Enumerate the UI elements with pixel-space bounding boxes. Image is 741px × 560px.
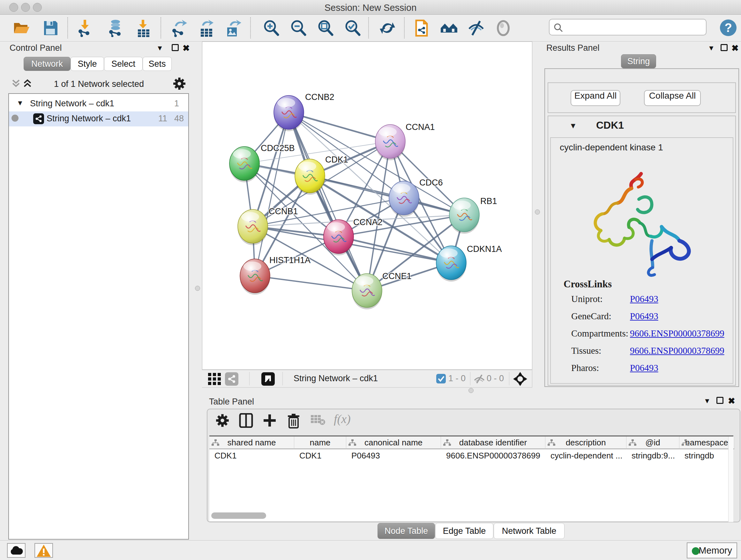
column-header-database-identifier[interactable]: database identifier — [441, 436, 545, 449]
table-vertical-scrollbar[interactable] — [728, 436, 733, 522]
table-cell[interactable]: stringdb — [679, 450, 734, 462]
column-header-description[interactable]: description — [545, 436, 626, 449]
column-header-namespace[interactable]: namespace — [679, 436, 734, 449]
right-splitter-handle[interactable] — [535, 209, 540, 214]
add-column-plus-icon[interactable] — [262, 413, 277, 429]
panel-collapse-icon[interactable]: ▼ — [708, 44, 715, 52]
share-document-icon[interactable] — [413, 19, 431, 37]
search-field[interactable] — [549, 19, 706, 36]
column-header-canonical-name[interactable]: canonical name — [346, 436, 441, 449]
crosslink-compartments-link[interactable]: 9606.ENSP00000378699 — [630, 328, 724, 339]
zoom-selected-icon[interactable] — [344, 19, 361, 37]
export-table-icon[interactable] — [198, 19, 215, 37]
table-cell[interactable]: stringdb:9... — [626, 450, 679, 462]
search-icon — [553, 23, 563, 33]
column-header-shared-name[interactable]: shared name — [209, 436, 294, 449]
toolbar-separator — [282, 372, 283, 385]
network-row-selected[interactable]: String Network – cdk1 11 48 — [9, 111, 188, 126]
panel-float-icon[interactable] — [721, 44, 728, 51]
network-node-CDKN1A[interactable]: CDKN1A — [436, 244, 502, 282]
export-network-icon[interactable] — [171, 19, 188, 37]
network-node-CDK1[interactable]: CDK1 — [295, 155, 348, 195]
import-network-database-icon[interactable] — [107, 19, 125, 37]
tab-network[interactable]: Network — [23, 57, 71, 71]
collapse-all-button[interactable]: Collapse All — [644, 90, 701, 106]
network-share-icon[interactable] — [225, 372, 239, 386]
collection-disclosure-icon[interactable]: ▼ — [17, 99, 23, 107]
table-cell[interactable]: cyclin-dependent ... — [545, 450, 626, 462]
memory-button[interactable]: Memory — [687, 543, 737, 558]
show-all-eye-icon[interactable] — [494, 19, 512, 37]
left-splitter-handle[interactable] — [195, 286, 200, 291]
node-label: CCNB2 — [305, 92, 334, 102]
hide-selected-eye-icon[interactable] — [467, 19, 485, 37]
table-cell[interactable]: CDK1 — [209, 450, 294, 462]
help-button[interactable]: ? — [720, 19, 737, 36]
apply-layout-icon[interactable] — [379, 19, 396, 37]
gear-icon[interactable] — [172, 77, 186, 92]
cloud-status-button[interactable] — [7, 543, 25, 558]
delete-column-trash-icon[interactable] — [286, 413, 300, 430]
panel-collapse-icon[interactable]: ▼ — [156, 44, 163, 52]
network-node-CCNA1[interactable]: CCNA1 — [375, 122, 435, 160]
network-node-RB1[interactable]: RB1 — [449, 196, 497, 234]
warning-status-button[interactable] — [35, 543, 53, 558]
node-table[interactable]: shared namenamecanonical namedatabase id… — [209, 435, 733, 521]
gene-disclosure-icon[interactable]: ▼ — [569, 121, 577, 130]
control-panel-title: Control Panel — [10, 43, 62, 53]
panel-close-icon[interactable]: ✖ — [731, 43, 739, 53]
zoom-out-icon[interactable] — [289, 19, 307, 37]
panel-float-icon[interactable] — [172, 44, 179, 51]
search-input[interactable] — [566, 21, 700, 34]
import-table-icon[interactable] — [135, 19, 152, 37]
zoom-fit-icon[interactable] — [317, 19, 334, 37]
collapse-all-icon[interactable] — [11, 78, 20, 90]
network-view-canvas[interactable]: CCNB2 CCNA1 CDC25B CDK1 CDC6 RB1 CCNB1 C… — [202, 42, 532, 370]
network-collection-row[interactable]: ▼ String Network – cdk1 1 — [9, 97, 188, 111]
tab-style[interactable]: Style — [71, 57, 104, 71]
tab-network-table[interactable]: Network Table — [494, 523, 564, 539]
network-node-CCNE1[interactable]: CCNE1 — [352, 271, 412, 309]
open-session-icon[interactable] — [13, 19, 30, 37]
table-horizontal-scrollbar[interactable] — [211, 512, 266, 519]
tab-select[interactable]: Select — [104, 57, 143, 71]
toolbar-separator — [249, 372, 250, 385]
export-image-icon[interactable] — [225, 19, 243, 37]
panel-float-icon[interactable] — [717, 397, 724, 404]
reposition-crosshair-icon[interactable] — [513, 372, 528, 388]
network-node-CCNB2[interactable]: CCNB2 — [274, 92, 334, 131]
expand-all-button[interactable]: Expand All — [570, 90, 620, 106]
crosslink-pharos-link[interactable]: P06493 — [630, 363, 658, 373]
table-settings-gear-icon[interactable] — [215, 413, 230, 429]
network-edge[interactable] — [255, 276, 367, 291]
tab-node-table[interactable]: Node Table — [378, 523, 435, 539]
table-cell[interactable]: CDK1 — [294, 450, 346, 462]
panel-close-icon[interactable]: ✖ — [183, 43, 190, 53]
gene-section: ▼ CDK1 cyclin-dependent kinase 1 — [548, 116, 736, 386]
show-columns-icon[interactable] — [239, 413, 253, 429]
crosslink-genecard-link[interactable]: P06493 — [630, 311, 658, 321]
column-header-name[interactable]: name — [294, 436, 346, 449]
grid-view-icon[interactable] — [207, 372, 221, 388]
panel-collapse-icon[interactable]: ▼ — [704, 397, 711, 405]
panel-close-icon[interactable]: ✖ — [728, 396, 735, 406]
crosslink-uniprot-link[interactable]: P06493 — [630, 294, 658, 304]
tab-string[interactable]: String — [621, 54, 656, 68]
column-header--id[interactable]: @id — [626, 436, 679, 449]
import-network-file-icon[interactable] — [77, 19, 94, 37]
table-cell[interactable]: 9606.ENSP00000378699 — [441, 450, 545, 462]
tab-edge-table[interactable]: Edge Table — [435, 523, 493, 539]
zoom-in-icon[interactable] — [262, 19, 280, 37]
birds-eye-view-icon[interactable] — [261, 372, 275, 386]
horizontal-splitter-handle[interactable] — [468, 388, 474, 393]
string-network-graph[interactable]: CCNB2 CCNA1 CDC25B CDK1 CDC6 RB1 CCNB1 C… — [202, 42, 533, 370]
expand-all-icon[interactable] — [23, 78, 32, 90]
network-home-icon[interactable] — [440, 19, 458, 37]
node-label: CCNA1 — [406, 122, 435, 132]
network-node-HIST1H1A[interactable]: HIST1H1A — [240, 255, 311, 295]
save-session-icon[interactable] — [42, 19, 59, 37]
tab-sets[interactable]: Sets — [143, 57, 172, 71]
table-cell[interactable]: P06493 — [346, 450, 441, 462]
selected-checkbox-icon[interactable] — [436, 374, 446, 383]
crosslink-tissues-link[interactable]: 9606.ENSP00000378699 — [630, 346, 724, 356]
